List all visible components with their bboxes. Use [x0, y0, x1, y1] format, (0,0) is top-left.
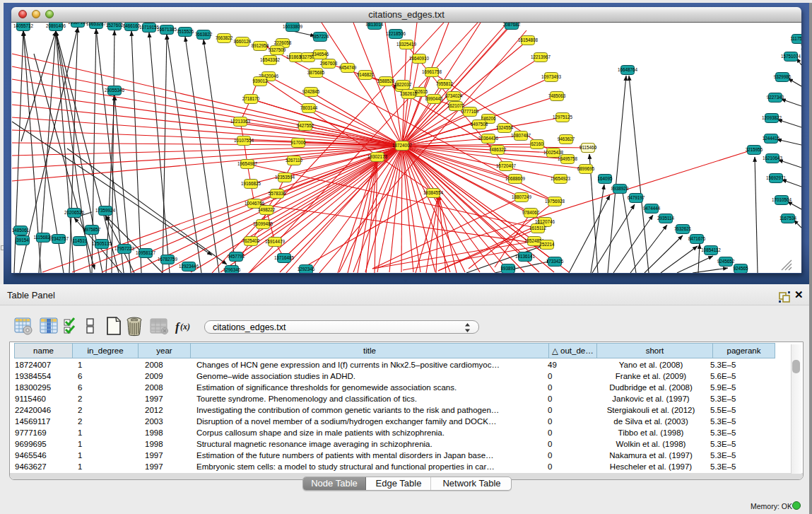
svg-text:1485061: 1485061 [12, 228, 30, 233]
svg-text:8912954: 8912954 [252, 43, 269, 48]
svg-text:18807249: 18807249 [512, 194, 532, 199]
svg-text:12353594: 12353594 [275, 175, 295, 180]
svg-text:9777169: 9777169 [461, 109, 479, 114]
svg-text:9975857: 9975857 [83, 227, 101, 232]
svg-text:16961758: 16961758 [422, 69, 442, 74]
svg-text:9245652: 9245652 [717, 259, 735, 264]
svg-text:39154: 39154 [16, 238, 29, 243]
svg-text:1615112: 1615112 [529, 226, 547, 230]
svg-text:1621072: 1621072 [447, 103, 465, 108]
svg-text:917006: 917006 [290, 140, 306, 145]
svg-text:7485063: 7485063 [548, 93, 566, 98]
svg-text:3215955: 3215955 [746, 147, 763, 152]
svg-text:2967608: 2967608 [320, 61, 338, 66]
svg-text:7857224: 7857224 [312, 34, 329, 39]
svg-text:62160: 62160 [531, 141, 543, 146]
svg-text:6466160: 6466160 [123, 23, 141, 28]
svg-text:17957223: 17957223 [114, 246, 135, 251]
svg-text:1244415: 1244415 [763, 136, 780, 141]
svg-text:1588520: 1588520 [377, 78, 395, 83]
svg-text:12218506: 12218506 [386, 31, 406, 36]
svg-text:9784067: 9784067 [522, 210, 540, 215]
svg-text:20206526: 20206526 [64, 210, 85, 215]
svg-text:8660124: 8660124 [234, 39, 252, 44]
svg-text:6899695: 6899695 [577, 166, 595, 171]
svg-text:6497508: 6497508 [471, 122, 488, 127]
svg-text:20364436: 20364436 [478, 136, 499, 141]
svg-text:16120746: 16120746 [535, 219, 555, 224]
svg-text:16914479: 16914479 [265, 239, 286, 244]
svg-text:1733426: 1733426 [546, 259, 564, 264]
svg-text:8813014: 8813014 [366, 23, 384, 27]
svg-text:16033809: 16033809 [283, 24, 303, 29]
svg-text:7486322: 7486322 [489, 147, 507, 152]
svg-text:5578334: 5578334 [269, 191, 286, 196]
svg-text:8454749: 8454749 [339, 65, 357, 70]
svg-text:15720407: 15720407 [496, 163, 517, 168]
svg-text:16099485: 16099485 [253, 221, 273, 226]
svg-text:7663822: 7663822 [195, 32, 213, 37]
svg-text:2226058: 2226058 [274, 40, 292, 45]
svg-text:13495758: 13495758 [558, 156, 578, 161]
svg-text:12213363: 12213363 [230, 119, 251, 124]
svg-text:12093822: 12093822 [762, 115, 782, 120]
svg-text:10653287: 10653287 [86, 23, 107, 26]
svg-text:15692971: 15692971 [766, 175, 787, 180]
svg-text:2718170: 2718170 [242, 96, 260, 101]
svg-text:19654987: 19654987 [237, 161, 258, 166]
svg-text:12923446: 12923446 [179, 264, 199, 269]
svg-text:9146821: 9146821 [357, 72, 375, 77]
svg-text:10107554: 10107554 [234, 138, 254, 143]
svg-text:2346546: 2346546 [312, 52, 329, 57]
svg-text:9427552: 9427552 [297, 123, 314, 128]
svg-text:164095: 164095 [597, 176, 613, 181]
svg-text:10958127: 10958127 [136, 250, 156, 255]
svg-text:16210643: 16210643 [763, 156, 783, 160]
svg-text:9227343: 9227343 [767, 95, 784, 100]
svg-text:10807487: 10807487 [511, 133, 531, 138]
svg-text:9329986: 9329986 [774, 74, 792, 79]
svg-text:16154808: 16154808 [518, 37, 539, 42]
svg-text:8990443: 8990443 [425, 96, 443, 101]
svg-text:10973493: 10973493 [541, 74, 562, 79]
svg-text:19384554: 19384554 [423, 190, 444, 195]
svg-text:14055712: 14055712 [13, 23, 34, 28]
svg-text:6479197: 6479197 [628, 195, 645, 200]
svg-text:12342757: 12342757 [49, 236, 69, 241]
svg-text:7803144: 7803144 [300, 105, 318, 110]
svg-text:14136141: 14136141 [515, 254, 536, 259]
svg-text:17359924: 17359924 [95, 208, 116, 213]
svg-text:19166825: 19166825 [241, 181, 261, 186]
svg-text:7625402: 7625402 [242, 238, 260, 243]
svg-text:7632621: 7632621 [674, 226, 692, 231]
svg-text:1527602: 1527602 [106, 23, 124, 28]
svg-text:19387163: 19387163 [68, 23, 88, 25]
svg-text:10025438: 10025438 [543, 150, 564, 155]
svg-text:7663822: 7663822 [216, 35, 233, 40]
svg-text:3875685: 3875685 [307, 70, 325, 75]
svg-text:7515526: 7515526 [177, 29, 194, 34]
svg-text:893892: 893892 [500, 266, 516, 271]
svg-text:2935114: 2935114 [657, 216, 675, 221]
svg-text:8471676: 8471676 [688, 236, 706, 241]
svg-text:114519: 114519 [73, 238, 88, 243]
svg-text:1498222: 1498222 [258, 207, 276, 212]
svg-text:13716485: 13716485 [274, 255, 295, 260]
svg-text:9115460: 9115460 [579, 145, 597, 150]
svg-text:1167534: 1167534 [779, 216, 797, 221]
svg-text:15751074: 15751074 [781, 54, 801, 59]
svg-text:16782759: 16782759 [158, 257, 178, 262]
svg-text:18724007: 18724007 [392, 143, 413, 148]
svg-text:1296346: 1296346 [223, 267, 241, 272]
svg-text:19756928: 19756928 [545, 199, 565, 204]
svg-text:20891406: 20891406 [46, 23, 66, 28]
svg-text:1324554: 1324554 [496, 125, 514, 130]
svg-text:1362615: 1362615 [400, 91, 418, 96]
svg-text:16671385: 16671385 [157, 27, 177, 32]
svg-text:1117534: 1117534 [790, 36, 801, 41]
svg-text:10688609: 10688609 [505, 176, 526, 181]
svg-text:13325419: 13325419 [396, 42, 417, 47]
svg-text:9463627: 9463627 [558, 136, 575, 141]
svg-text:10046766: 10046766 [245, 201, 265, 206]
svg-text:(x): (x) [180, 322, 190, 332]
